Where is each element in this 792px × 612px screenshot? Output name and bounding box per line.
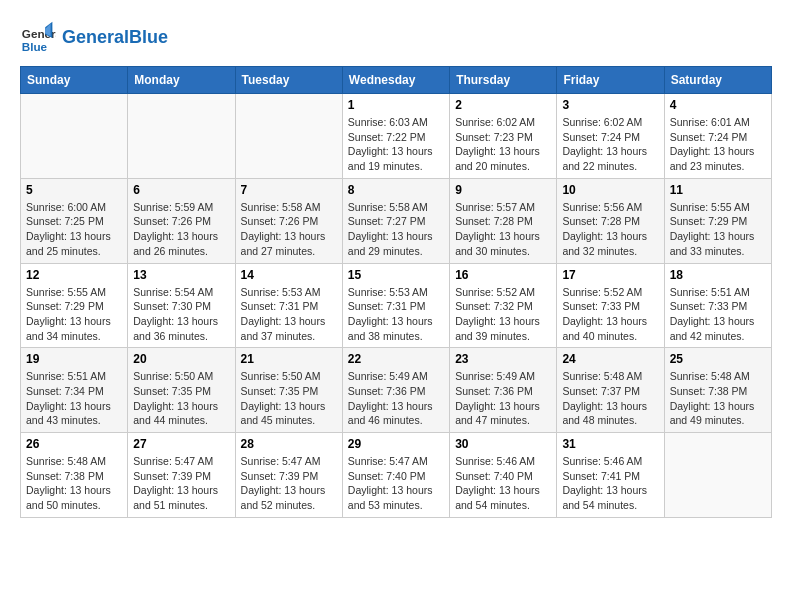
- day-cell: [128, 94, 235, 179]
- day-cell: 10Sunrise: 5:56 AMSunset: 7:28 PMDayligh…: [557, 178, 664, 263]
- day-number: 21: [241, 352, 337, 366]
- day-number: 14: [241, 268, 337, 282]
- day-cell: 15Sunrise: 5:53 AMSunset: 7:31 PMDayligh…: [342, 263, 449, 348]
- week-row-2: 5Sunrise: 6:00 AMSunset: 7:25 PMDaylight…: [21, 178, 772, 263]
- day-number: 23: [455, 352, 551, 366]
- day-number: 11: [670, 183, 766, 197]
- day-number: 10: [562, 183, 658, 197]
- day-number: 24: [562, 352, 658, 366]
- day-number: 7: [241, 183, 337, 197]
- day-info: Sunrise: 5:46 AMSunset: 7:40 PMDaylight:…: [455, 454, 551, 513]
- day-info: Sunrise: 5:58 AMSunset: 7:26 PMDaylight:…: [241, 200, 337, 259]
- day-info: Sunrise: 5:50 AMSunset: 7:35 PMDaylight:…: [241, 369, 337, 428]
- header-thursday: Thursday: [450, 67, 557, 94]
- day-info: Sunrise: 5:46 AMSunset: 7:41 PMDaylight:…: [562, 454, 658, 513]
- day-cell: 22Sunrise: 5:49 AMSunset: 7:36 PMDayligh…: [342, 348, 449, 433]
- day-info: Sunrise: 5:47 AMSunset: 7:40 PMDaylight:…: [348, 454, 444, 513]
- day-number: 8: [348, 183, 444, 197]
- day-info: Sunrise: 6:02 AMSunset: 7:24 PMDaylight:…: [562, 115, 658, 174]
- logo: General Blue GeneralBlue: [20, 20, 168, 56]
- day-cell: 30Sunrise: 5:46 AMSunset: 7:40 PMDayligh…: [450, 433, 557, 518]
- day-cell: 7Sunrise: 5:58 AMSunset: 7:26 PMDaylight…: [235, 178, 342, 263]
- day-number: 31: [562, 437, 658, 451]
- day-cell: 2Sunrise: 6:02 AMSunset: 7:23 PMDaylight…: [450, 94, 557, 179]
- day-cell: 19Sunrise: 5:51 AMSunset: 7:34 PMDayligh…: [21, 348, 128, 433]
- day-number: 2: [455, 98, 551, 112]
- day-cell: 14Sunrise: 5:53 AMSunset: 7:31 PMDayligh…: [235, 263, 342, 348]
- day-number: 12: [26, 268, 122, 282]
- day-number: 27: [133, 437, 229, 451]
- day-info: Sunrise: 5:48 AMSunset: 7:38 PMDaylight:…: [26, 454, 122, 513]
- calendar-header-row: SundayMondayTuesdayWednesdayThursdayFrid…: [21, 67, 772, 94]
- day-cell: 18Sunrise: 5:51 AMSunset: 7:33 PMDayligh…: [664, 263, 771, 348]
- day-cell: 29Sunrise: 5:47 AMSunset: 7:40 PMDayligh…: [342, 433, 449, 518]
- day-cell: 28Sunrise: 5:47 AMSunset: 7:39 PMDayligh…: [235, 433, 342, 518]
- header-monday: Monday: [128, 67, 235, 94]
- header-saturday: Saturday: [664, 67, 771, 94]
- day-number: 19: [26, 352, 122, 366]
- day-cell: 1Sunrise: 6:03 AMSunset: 7:22 PMDaylight…: [342, 94, 449, 179]
- day-cell: 25Sunrise: 5:48 AMSunset: 7:38 PMDayligh…: [664, 348, 771, 433]
- day-info: Sunrise: 5:59 AMSunset: 7:26 PMDaylight:…: [133, 200, 229, 259]
- day-cell: 23Sunrise: 5:49 AMSunset: 7:36 PMDayligh…: [450, 348, 557, 433]
- day-number: 16: [455, 268, 551, 282]
- day-number: 5: [26, 183, 122, 197]
- day-cell: 5Sunrise: 6:00 AMSunset: 7:25 PMDaylight…: [21, 178, 128, 263]
- day-info: Sunrise: 5:53 AMSunset: 7:31 PMDaylight:…: [241, 285, 337, 344]
- day-cell: 17Sunrise: 5:52 AMSunset: 7:33 PMDayligh…: [557, 263, 664, 348]
- day-info: Sunrise: 5:48 AMSunset: 7:38 PMDaylight:…: [670, 369, 766, 428]
- calendar-table: SundayMondayTuesdayWednesdayThursdayFrid…: [20, 66, 772, 518]
- page-header: General Blue GeneralBlue: [20, 20, 772, 56]
- day-cell: 31Sunrise: 5:46 AMSunset: 7:41 PMDayligh…: [557, 433, 664, 518]
- day-info: Sunrise: 5:58 AMSunset: 7:27 PMDaylight:…: [348, 200, 444, 259]
- day-cell: 16Sunrise: 5:52 AMSunset: 7:32 PMDayligh…: [450, 263, 557, 348]
- day-number: 26: [26, 437, 122, 451]
- week-row-3: 12Sunrise: 5:55 AMSunset: 7:29 PMDayligh…: [21, 263, 772, 348]
- day-cell: [21, 94, 128, 179]
- svg-text:Blue: Blue: [22, 40, 48, 53]
- day-info: Sunrise: 5:47 AMSunset: 7:39 PMDaylight:…: [241, 454, 337, 513]
- day-number: 9: [455, 183, 551, 197]
- day-number: 3: [562, 98, 658, 112]
- day-number: 20: [133, 352, 229, 366]
- day-cell: 27Sunrise: 5:47 AMSunset: 7:39 PMDayligh…: [128, 433, 235, 518]
- header-sunday: Sunday: [21, 67, 128, 94]
- day-cell: 12Sunrise: 5:55 AMSunset: 7:29 PMDayligh…: [21, 263, 128, 348]
- day-info: Sunrise: 5:55 AMSunset: 7:29 PMDaylight:…: [670, 200, 766, 259]
- week-row-4: 19Sunrise: 5:51 AMSunset: 7:34 PMDayligh…: [21, 348, 772, 433]
- day-number: 15: [348, 268, 444, 282]
- day-cell: [235, 94, 342, 179]
- logo-icon: General Blue: [20, 20, 56, 56]
- header-tuesday: Tuesday: [235, 67, 342, 94]
- day-info: Sunrise: 6:00 AMSunset: 7:25 PMDaylight:…: [26, 200, 122, 259]
- day-number: 1: [348, 98, 444, 112]
- day-cell: 11Sunrise: 5:55 AMSunset: 7:29 PMDayligh…: [664, 178, 771, 263]
- day-info: Sunrise: 5:57 AMSunset: 7:28 PMDaylight:…: [455, 200, 551, 259]
- week-row-5: 26Sunrise: 5:48 AMSunset: 7:38 PMDayligh…: [21, 433, 772, 518]
- day-info: Sunrise: 5:56 AMSunset: 7:28 PMDaylight:…: [562, 200, 658, 259]
- day-cell: [664, 433, 771, 518]
- day-number: 13: [133, 268, 229, 282]
- day-info: Sunrise: 5:52 AMSunset: 7:32 PMDaylight:…: [455, 285, 551, 344]
- day-info: Sunrise: 5:48 AMSunset: 7:37 PMDaylight:…: [562, 369, 658, 428]
- day-number: 25: [670, 352, 766, 366]
- day-cell: 3Sunrise: 6:02 AMSunset: 7:24 PMDaylight…: [557, 94, 664, 179]
- day-cell: 8Sunrise: 5:58 AMSunset: 7:27 PMDaylight…: [342, 178, 449, 263]
- day-info: Sunrise: 5:51 AMSunset: 7:33 PMDaylight:…: [670, 285, 766, 344]
- day-cell: 9Sunrise: 5:57 AMSunset: 7:28 PMDaylight…: [450, 178, 557, 263]
- day-number: 18: [670, 268, 766, 282]
- day-info: Sunrise: 5:49 AMSunset: 7:36 PMDaylight:…: [348, 369, 444, 428]
- day-cell: 21Sunrise: 5:50 AMSunset: 7:35 PMDayligh…: [235, 348, 342, 433]
- day-number: 29: [348, 437, 444, 451]
- logo-text-line1: GeneralBlue: [62, 28, 168, 48]
- day-info: Sunrise: 5:50 AMSunset: 7:35 PMDaylight:…: [133, 369, 229, 428]
- day-number: 30: [455, 437, 551, 451]
- day-number: 28: [241, 437, 337, 451]
- day-info: Sunrise: 5:54 AMSunset: 7:30 PMDaylight:…: [133, 285, 229, 344]
- day-number: 4: [670, 98, 766, 112]
- day-info: Sunrise: 5:55 AMSunset: 7:29 PMDaylight:…: [26, 285, 122, 344]
- day-info: Sunrise: 6:02 AMSunset: 7:23 PMDaylight:…: [455, 115, 551, 174]
- day-cell: 24Sunrise: 5:48 AMSunset: 7:37 PMDayligh…: [557, 348, 664, 433]
- day-number: 6: [133, 183, 229, 197]
- day-cell: 6Sunrise: 5:59 AMSunset: 7:26 PMDaylight…: [128, 178, 235, 263]
